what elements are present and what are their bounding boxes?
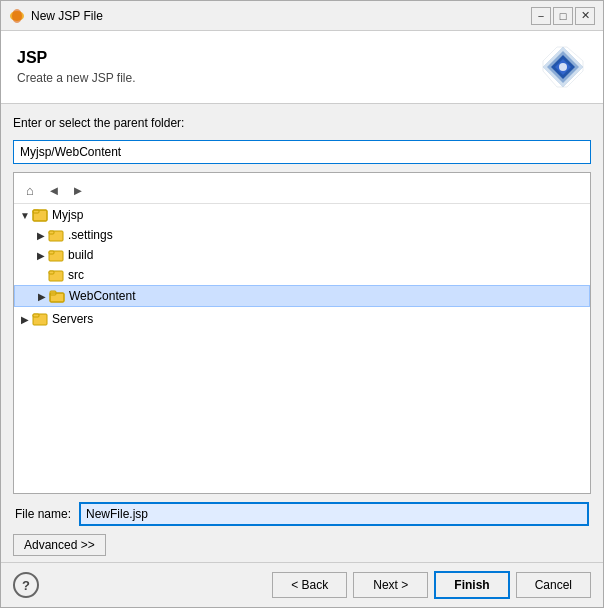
- tree-label-myjsp: Myjsp: [52, 208, 83, 222]
- header-subtitle: Create a new JSP file.: [17, 71, 539, 85]
- tree-item-build[interactable]: ▶ build: [14, 245, 590, 265]
- folder-icon-webcontent: [49, 288, 65, 304]
- folder-icon-src: [48, 267, 64, 283]
- svg-rect-12: [49, 231, 54, 234]
- folder-icon-settings: [48, 227, 64, 243]
- folder-icon-build: [48, 247, 64, 263]
- advanced-button[interactable]: Advanced >>: [13, 534, 106, 556]
- maximize-button[interactable]: □: [553, 7, 573, 25]
- file-name-row: File name:: [15, 502, 589, 526]
- tree-item-webcontent[interactable]: ▶ WebContent: [14, 285, 590, 307]
- cancel-button[interactable]: Cancel: [516, 572, 591, 598]
- header-title: JSP: [17, 49, 539, 67]
- bottom-bar: ? < Back Next > Finish Cancel: [1, 562, 603, 607]
- help-button[interactable]: ?: [13, 572, 39, 598]
- content-area: Enter or select the parent folder: ⌂ ◄ ►…: [1, 104, 603, 562]
- advanced-row: Advanced >>: [13, 534, 591, 556]
- finish-button[interactable]: Finish: [434, 571, 509, 599]
- forward-nav-button[interactable]: ►: [68, 180, 88, 200]
- file-section: File name:: [13, 502, 591, 526]
- file-name-input[interactable]: [79, 502, 589, 526]
- window-title: New JSP File: [31, 9, 531, 23]
- header-section: JSP Create a new JSP file.: [1, 31, 603, 104]
- svg-rect-21: [33, 314, 39, 317]
- minimize-button[interactable]: −: [531, 7, 551, 25]
- folder-input[interactable]: [13, 140, 591, 164]
- dialog-window: New JSP File − □ ✕ JSP Create a new JSP …: [0, 0, 604, 608]
- project-icon-myjsp: [32, 207, 48, 223]
- tree-label-build: build: [68, 248, 93, 262]
- tree-toolbar: ⌂ ◄ ►: [14, 177, 590, 204]
- tree-label-src: src: [68, 268, 84, 282]
- svg-rect-14: [49, 251, 54, 254]
- svg-point-1: [12, 9, 22, 23]
- tree-label-webcontent: WebContent: [69, 289, 136, 303]
- tree-item-servers[interactable]: ▶ Servers: [14, 309, 590, 329]
- file-name-label: File name:: [15, 507, 71, 521]
- svg-point-6: [559, 63, 567, 71]
- window-icon: [9, 8, 25, 24]
- toggle-build[interactable]: ▶: [34, 250, 48, 261]
- folder-label: Enter or select the parent folder:: [13, 116, 591, 130]
- jsp-icon: [539, 43, 587, 91]
- close-button[interactable]: ✕: [575, 7, 595, 25]
- header-text: JSP Create a new JSP file.: [17, 49, 539, 85]
- tree-label-settings: .settings: [68, 228, 113, 242]
- svg-rect-16: [49, 271, 54, 274]
- tree-item-src[interactable]: src: [14, 265, 590, 285]
- toggle-webcontent[interactable]: ▶: [35, 291, 49, 302]
- tree-node-myjsp: ▼ Myjsp ▶: [14, 204, 590, 308]
- folder-tree[interactable]: ⌂ ◄ ► ▼ Myjsp: [13, 172, 591, 494]
- home-button[interactable]: ⌂: [20, 180, 40, 200]
- tree-node-servers: ▶ Servers: [14, 308, 590, 330]
- window-controls: − □ ✕: [531, 7, 595, 25]
- project-icon-servers: [32, 311, 48, 327]
- tree-item-settings[interactable]: ▶ .settings: [14, 225, 590, 245]
- toggle-myjsp[interactable]: ▼: [18, 210, 32, 221]
- toggle-servers[interactable]: ▶: [18, 314, 32, 325]
- tree-label-servers: Servers: [52, 312, 93, 326]
- back-button[interactable]: < Back: [272, 572, 347, 598]
- title-bar: New JSP File − □ ✕: [1, 1, 603, 31]
- tree-item-myjsp[interactable]: ▼ Myjsp: [14, 205, 590, 225]
- next-button[interactable]: Next >: [353, 572, 428, 598]
- toggle-settings[interactable]: ▶: [34, 230, 48, 241]
- back-nav-button[interactable]: ◄: [44, 180, 64, 200]
